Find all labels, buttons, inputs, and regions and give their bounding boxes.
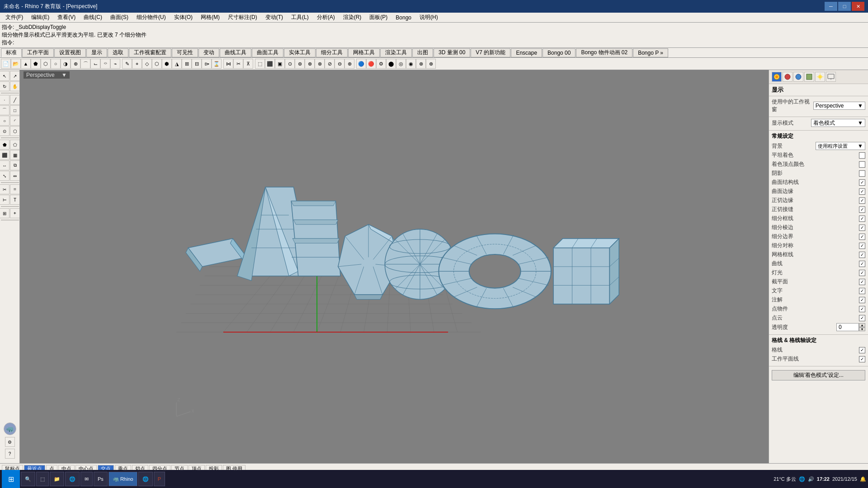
rp-surfborder-checkbox[interactable]	[859, 188, 865, 195]
lp-select[interactable]: ↖	[0, 71, 9, 81]
tb-btn-31[interactable]: ⊕	[305, 59, 315, 69]
tb-btn-40[interactable]: ◎	[396, 59, 406, 69]
rp-surfedge-checkbox[interactable]	[859, 179, 865, 186]
lp-trim[interactable]: ✂	[0, 184, 9, 194]
rp-edit-button[interactable]: 编辑'着色模式'设定...	[772, 370, 865, 380]
lp-solid[interactable]: ⬛	[0, 150, 9, 160]
rp-tangseam-checkbox[interactable]	[859, 206, 865, 213]
lp-grid[interactable]: ⊞	[0, 208, 9, 218]
tb-btn-5[interactable]: ⬡	[41, 59, 51, 69]
rp-displaymode-dropdown[interactable]: 着色模式 ▼	[811, 119, 865, 127]
tb-btn-21[interactable]: ⌲	[202, 59, 212, 69]
lp-gear[interactable]: ⚙	[5, 437, 15, 447]
rp-meshwire-checkbox[interactable]	[859, 252, 865, 258]
tb-btn-37[interactable]: 🔴	[366, 59, 376, 69]
rp-shadow-checkbox[interactable]	[859, 170, 865, 177]
tb-btn-16[interactable]: ⬡	[152, 59, 162, 69]
tb-btn-3[interactable]: ▲	[21, 59, 31, 69]
tb-taskview[interactable]: ⬚	[36, 472, 49, 486]
maximize-button[interactable]: □	[838, 2, 851, 11]
lp-move[interactable]: ↔	[0, 160, 9, 170]
tb-btn-34[interactable]: ⊖	[335, 59, 344, 69]
rp-flat-checkbox[interactable]	[859, 152, 865, 159]
tab-bongo-p[interactable]: Bongo P »	[633, 48, 668, 57]
rp-tab-env[interactable]	[793, 72, 803, 82]
tab-v7-new[interactable]: V7 的新功能	[471, 48, 510, 57]
tb-btn-38[interactable]: ⚙	[376, 59, 386, 69]
menu-analyze[interactable]: 分析(A)	[313, 13, 339, 22]
rp-viewport-dropdown[interactable]: Perspective ▼	[813, 102, 865, 110]
tab-curve-tools[interactable]: 曲线工具	[220, 48, 251, 57]
lp-rotate[interactable]: ↻	[0, 81, 9, 91]
tb-btn-12[interactable]: ⌁	[110, 59, 120, 69]
tb-btn-2[interactable]: 📂	[11, 59, 21, 69]
lp-polygon[interactable]: ⬡	[10, 126, 20, 136]
tab-bongo00[interactable]: Bongo 00	[542, 48, 576, 57]
tb-btn-32[interactable]: ⊗	[315, 59, 325, 69]
tab-transform[interactable]: 变动	[198, 48, 219, 57]
rp-tangedge-checkbox[interactable]	[859, 197, 865, 204]
tb-btn-19[interactable]: ⊞	[182, 59, 192, 69]
lp-arc[interactable]: ◜	[10, 116, 20, 126]
tab-viewport-config[interactable]: 工作视窗配置	[129, 48, 171, 57]
tb-notification[interactable]: 🔔	[860, 476, 866, 482]
close-button[interactable]: ✕	[852, 2, 864, 11]
menu-surface[interactable]: 曲面(S)	[107, 13, 132, 22]
tb-chrome[interactable]: 🌐	[138, 472, 153, 486]
tb-btn-9[interactable]: ⌒	[80, 59, 90, 69]
menu-view[interactable]: 查看(V)	[54, 13, 79, 22]
tb-btn-1[interactable]: 📄	[1, 59, 11, 69]
rp-grid-checkbox[interactable]	[859, 347, 865, 353]
tb-ppt[interactable]: P	[154, 472, 165, 486]
tb-btn-43[interactable]: ⊕	[426, 59, 436, 69]
lp-surface[interactable]: ⬟	[0, 140, 9, 150]
tb-edge[interactable]: 🌐	[65, 472, 80, 486]
lp-pan[interactable]: ✋	[10, 81, 20, 91]
menu-file[interactable]: 文件(F)	[2, 13, 27, 22]
rp-tab-display[interactable]	[772, 72, 782, 82]
tb-btn-22[interactable]: ⌛	[212, 59, 222, 69]
tab-bongo-anim[interactable]: Bongo 物件动画 02	[576, 48, 632, 57]
tab-visibility[interactable]: 可见性	[172, 48, 198, 57]
tab-surface-tools[interactable]: 曲面工具	[252, 48, 283, 57]
tb-btn-7[interactable]: ◑	[61, 59, 71, 69]
tb-btn-14[interactable]: ⌖	[132, 59, 142, 69]
tb-btn-4[interactable]: ⬟	[31, 59, 41, 69]
lp-rect[interactable]: □	[10, 105, 20, 115]
menu-transform[interactable]: 变动(T)	[262, 13, 287, 22]
tb-btn-20[interactable]: ⊟	[192, 59, 202, 69]
rp-tab-monitor[interactable]	[826, 72, 836, 82]
tb-btn-17[interactable]: ⬢	[162, 59, 172, 69]
rp-transparency-down[interactable]: ▼	[859, 327, 865, 331]
menu-panels[interactable]: 面板(P)	[366, 13, 391, 22]
tab-workplane[interactable]: 工作平面	[22, 48, 54, 57]
tab-enscape[interactable]: Enscape	[511, 48, 542, 57]
tab-mesh-tools[interactable]: 网格工具	[348, 48, 380, 57]
tb-btn-42[interactable]: ⊗	[416, 59, 426, 69]
tb-btn-29[interactable]: ⊙	[285, 59, 295, 69]
rp-annot-checkbox[interactable]	[859, 297, 865, 303]
tb-explorer[interactable]: 📁	[50, 472, 64, 486]
lp-extrude[interactable]: ▦	[10, 150, 20, 160]
rp-subdivsym-checkbox[interactable]	[859, 243, 865, 249]
rp-bg-dropdown[interactable]: 使用程序设置 ▼	[816, 142, 865, 150]
menu-dim[interactable]: 尺寸标注(D)	[224, 13, 261, 22]
tb-search[interactable]: 🔍	[21, 472, 35, 486]
lp-dim[interactable]: ⊢	[0, 195, 9, 205]
cmd-input-field[interactable]	[16, 40, 106, 46]
lp-scale[interactable]: ⤡	[0, 171, 9, 181]
menu-render[interactable]: 渲染(R)	[340, 13, 365, 22]
rp-clip-checkbox[interactable]	[859, 279, 865, 285]
rp-tab-texture[interactable]	[804, 72, 814, 82]
viewport-dropdown-arrow[interactable]: ▼	[57, 71, 70, 79]
tb-btn-39[interactable]: ⬤	[386, 59, 396, 69]
tab-solid-tools[interactable]: 实体工具	[284, 48, 316, 57]
menu-mesh[interactable]: 网格(M)	[197, 13, 223, 22]
lp-point[interactable]: ·	[0, 95, 9, 105]
rp-tab-material[interactable]	[783, 72, 793, 82]
menu-edit[interactable]: 编辑(E)	[28, 13, 53, 22]
tb-btn-25[interactable]: ⊼	[243, 59, 253, 69]
tb-btn-13[interactable]: ✎	[122, 59, 132, 69]
tb-btn-10[interactable]: ⌙	[90, 59, 100, 69]
menu-tools[interactable]: 工具(L)	[288, 13, 312, 22]
